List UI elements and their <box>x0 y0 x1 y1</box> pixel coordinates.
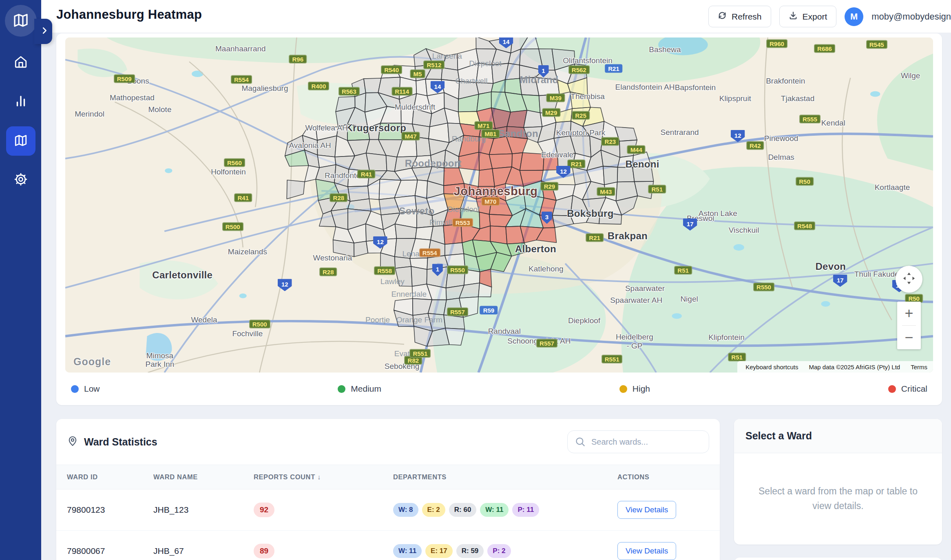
map-card: MaanhaarrandLanseriaDiepslootOlifantsfon… <box>56 33 942 405</box>
route-shield-icon: R562 <box>568 65 590 74</box>
sidebar-item-analytics[interactable] <box>6 87 35 117</box>
legend-item-medium: Medium <box>338 384 381 394</box>
legend-label: Critical <box>901 384 927 394</box>
terms-link[interactable]: Terms <box>911 364 927 370</box>
route-shield-icon: 14 <box>431 81 445 93</box>
route-shield-icon: M5 <box>410 69 425 78</box>
refresh-button[interactable]: Refresh <box>708 6 771 27</box>
route-shield-icon: R509 <box>114 75 135 83</box>
view-details-button[interactable]: View Details <box>617 542 676 560</box>
ward-statistics-header: Ward Statistics <box>56 419 720 465</box>
view-details-button[interactable]: View Details <box>617 501 676 519</box>
pan-control-button[interactable] <box>896 266 922 293</box>
route-shield-icon: R51 <box>728 353 746 362</box>
route-shield-icon: R28 <box>330 193 348 202</box>
legend-dot <box>888 385 896 393</box>
ward-detail-card: Select a Ward Select a ward from the map… <box>734 419 942 545</box>
route-shield-icon: R96 <box>289 55 307 64</box>
legend-item-high: High <box>619 384 650 394</box>
route-shield-icon: R25 <box>572 111 590 119</box>
header-actions: Refresh Export M moby@mobydesigns.com <box>708 0 951 33</box>
sidebar-item-settings[interactable] <box>6 165 35 195</box>
route-shield-icon: M29 <box>542 108 560 117</box>
route-shield-icon: 12 <box>556 166 571 178</box>
ward-detail-title: Select a Ward <box>745 430 812 442</box>
route-shield-icon: 17 <box>683 218 697 231</box>
route-shield-icon: R51 <box>648 185 666 194</box>
route-shield-icon: R51 <box>674 266 692 275</box>
route-shield-icon: 17 <box>833 275 847 287</box>
route-shield-icon: R21 <box>586 233 604 242</box>
page-title: Johannesburg Heatmap <box>56 7 202 22</box>
route-shield-icon: M43 <box>597 187 615 196</box>
route-shield-icon: M44 <box>627 145 646 154</box>
heatmap-map[interactable]: MaanhaarrandLanseriaDiepslootOlifantsfon… <box>65 37 933 373</box>
ward-detail-header: Select a Ward <box>734 419 942 453</box>
map-icon <box>14 133 28 149</box>
route-shield-icon: R551 <box>409 349 431 358</box>
refresh-label: Refresh <box>732 12 762 22</box>
zoom-in-button[interactable]: + <box>897 302 921 325</box>
department-badge: W: 11 <box>480 503 509 517</box>
route-shield-icon: R29 <box>541 182 559 190</box>
reports-count-cell: 92 <box>243 489 383 531</box>
export-label: Export <box>803 12 827 22</box>
zoom-out-button[interactable]: − <box>897 326 921 349</box>
route-shield-icon: R560 <box>224 159 245 167</box>
reports-count-badge: 89 <box>254 544 274 558</box>
table-row[interactable]: 79800123JHB_12392W: 8E: 2R: 60W: 11P: 11… <box>56 489 720 531</box>
route-shield-icon: R114 <box>391 87 412 96</box>
route-shield-icon: R545 <box>866 40 887 49</box>
departments-cell: W: 8E: 2R: 60W: 11P: 11 <box>383 489 607 531</box>
route-shield-icon: R41 <box>234 193 252 202</box>
actions-cell: View Details <box>607 489 720 531</box>
department-badge: R: 59 <box>456 544 484 558</box>
search-icon <box>575 436 586 449</box>
route-shield-icon: M71 <box>474 121 493 130</box>
column-header-departments: Departments <box>383 465 607 489</box>
route-shield-icon: R21 <box>605 64 623 73</box>
map-data-text: Map data ©2025 AfriGIS (Pty) Ltd <box>809 364 900 370</box>
table-row[interactable]: 79800067JHB_6789W: 11E: 17R: 59P: 2View … <box>56 531 720 560</box>
department-badge: W: 8 <box>393 503 418 517</box>
export-button[interactable]: Export <box>779 6 837 27</box>
ward-table-header-row: Ward IDWard NameReports Count ↓Departmen… <box>56 465 720 489</box>
route-shield-icon: R554 <box>231 75 252 84</box>
search-wards-input[interactable] <box>567 430 709 453</box>
user-avatar[interactable]: M <box>845 7 863 26</box>
route-shield-icon: R558 <box>374 267 395 275</box>
location-pin-icon <box>67 435 78 448</box>
home-icon <box>14 55 28 71</box>
route-shield-icon: R82 <box>405 356 422 365</box>
route-shield-icon: R686 <box>814 44 835 53</box>
ward-id-cell: 79800067 <box>56 531 143 560</box>
department-badge: P: 11 <box>512 503 539 517</box>
column-header-ward-name: Ward Name <box>143 465 243 489</box>
route-shield-icon: R41 <box>358 170 376 179</box>
legend-item-low: Low <box>71 384 100 394</box>
department-badge: E: 17 <box>425 544 453 558</box>
ward-statistics-title: Ward Statistics <box>84 436 157 448</box>
actions-cell: View Details <box>607 531 720 560</box>
departments-cell: W: 11E: 17R: 59P: 2 <box>383 531 607 560</box>
route-shield-icon: M47 <box>401 132 420 140</box>
sidebar-expand-button[interactable] <box>34 19 52 44</box>
search-wrap <box>567 430 709 453</box>
sidebar-item-heatmap[interactable] <box>6 126 35 156</box>
route-shield-icon: R500 <box>222 223 243 231</box>
route-shield-icon: M81 <box>481 129 500 138</box>
sidebar-item-home[interactable] <box>6 48 35 77</box>
column-header-reports-count[interactable]: Reports Count ↓ <box>243 465 383 489</box>
ward-name-cell: JHB_123 <box>143 489 243 531</box>
department-badge: E: 2 <box>422 503 445 517</box>
route-shield-icon: R557 <box>447 308 468 316</box>
ward-name-cell: JHB_67 <box>143 531 243 560</box>
route-shield-icon: R21 <box>568 159 586 168</box>
legend-label: Medium <box>351 384 381 394</box>
legend-item-critical: Critical <box>888 384 927 394</box>
zoom-control: + − <box>897 302 921 349</box>
keyboard-shortcuts-link[interactable]: Keyboard shortcuts <box>745 364 798 370</box>
route-shield-icon: R23 <box>602 137 619 146</box>
chevron-right-icon <box>40 26 49 37</box>
route-shield-icon: R550 <box>447 265 468 274</box>
